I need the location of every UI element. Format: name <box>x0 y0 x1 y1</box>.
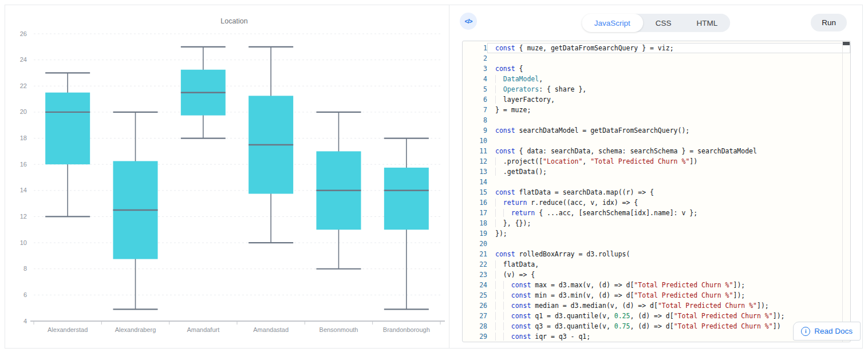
code-line-text: .project(["Location", "Total Predicted C… <box>487 156 850 167</box>
line-number: 16 <box>463 197 487 208</box>
line-number: 27 <box>463 311 487 321</box>
y-tick-label: 4 <box>23 318 27 325</box>
code-line[interactable]: 1const { muze, getDataFromSearchQuery } … <box>463 43 850 53</box>
line-number: 15 <box>463 187 487 197</box>
box-plot-item[interactable] <box>181 47 226 139</box>
code-line[interactable]: 4 DataModel, <box>463 74 850 84</box>
code-line[interactable]: 19}); <box>463 228 850 239</box>
code-line[interactable]: 15const flatData = searchData.map((r) =>… <box>463 187 850 197</box>
code-line[interactable]: 2 <box>463 53 850 64</box>
y-tick-label: 6 <box>23 291 27 298</box>
box-plot-item[interactable] <box>248 47 293 243</box>
app-frame: Location468101214161820222426Alexanderst… <box>5 5 863 349</box>
code-line[interactable]: 16 return r.reduce((acc, v, idx) => { <box>463 197 850 208</box>
code-line[interactable]: 7} = muze; <box>463 105 850 115</box>
y-tick-label: 24 <box>20 56 27 63</box>
y-tick-label: 16 <box>20 161 27 168</box>
y-tick-label: 14 <box>20 187 27 193</box>
code-line-text: const max = d3.max(v, (d) => d["Total Pr… <box>487 280 850 290</box>
line-number: 12 <box>463 156 487 167</box>
code-line[interactable]: 6 layerFactory, <box>463 94 850 105</box>
line-number: 18 <box>463 218 487 228</box>
editor-panel: </> JavaScriptCSSHTML Run 1const { muze,… <box>449 5 862 348</box>
run-button[interactable]: Run <box>811 14 847 31</box>
read-docs-button[interactable]: i Read Docs <box>793 322 861 341</box>
code-line[interactable]: 17 return { ...acc, [searchSchema[idx].n… <box>463 208 850 218</box>
code-line[interactable]: 26 const median = d3.median(v, (d) => d[… <box>463 300 850 311</box>
line-number: 3 <box>463 64 487 74</box>
box-plot-item[interactable] <box>317 112 361 269</box>
x-tick-label: Alexandraberg <box>115 326 156 333</box>
line-number: 21 <box>463 249 487 259</box>
y-tick-label: 20 <box>20 108 27 115</box>
x-tick-label: Amandafurt <box>187 326 219 333</box>
code-line-text: return { ...acc, [searchSchema[idx].name… <box>487 208 850 218</box>
line-number: 6 <box>463 94 487 105</box>
code-icon-glyph: </> <box>465 18 472 25</box>
code-line[interactable]: 29 const iqr = q3 - q1; <box>463 331 850 342</box>
line-number: 10 <box>463 136 487 146</box>
code-line-text: const { <box>487 64 850 74</box>
line-number: 4 <box>463 74 487 84</box>
box-plot-item[interactable] <box>113 112 158 310</box>
boxplot-chart: Location468101214161820222426Alexanderst… <box>5 5 449 348</box>
y-tick-label: 8 <box>23 265 27 272</box>
code-line-text: }, {}); <box>487 218 850 228</box>
code-line-text: .getData(); <box>487 167 850 177</box>
tab-javascript[interactable]: JavaScript <box>582 14 643 32</box>
code-line[interactable]: 25 const min = d3.min(v, (d) => d["Total… <box>463 290 850 300</box>
code-line-text: layerFactory, <box>487 94 850 105</box>
code-line-text: const { muze, getDataFromSearchQuery } =… <box>487 43 850 53</box>
code-line-text: flatData, <box>487 259 850 270</box>
code-line-text <box>487 177 850 187</box>
x-tick-label: Alexanderstad <box>48 326 88 333</box>
code-line[interactable]: 18 }, {}); <box>463 218 850 228</box>
code-line[interactable]: 8 <box>463 115 850 125</box>
line-number: 19 <box>463 228 487 239</box>
code-line[interactable]: 14 <box>463 177 850 187</box>
line-number: 1 <box>463 43 487 53</box>
code-line-text <box>487 115 850 125</box>
box-plot-item[interactable] <box>384 139 429 310</box>
code-line[interactable]: 22 flatData, <box>463 259 850 270</box>
code-line[interactable]: 24 const max = d3.max(v, (d) => d["Total… <box>463 280 850 290</box>
editor-scrollbar-thumb[interactable] <box>843 42 850 45</box>
tab-css[interactable]: CSS <box>643 14 684 32</box>
x-tick-label: Bensonmouth <box>319 326 358 333</box>
tab-html[interactable]: HTML <box>684 14 731 32</box>
code-line[interactable]: 21const rolledBoxArray = d3.rollups( <box>463 249 850 259</box>
code-line[interactable]: 5 Operators: { share }, <box>463 84 850 94</box>
line-number: 9 <box>463 125 487 136</box>
code-line-text: } = muze; <box>487 105 850 115</box>
code-lines: 1const { muze, getDataFromSearchQuery } … <box>463 43 850 342</box>
code-line-text: DataModel, <box>487 74 850 84</box>
code-line[interactable]: 20 <box>463 239 850 249</box>
info-icon: i <box>801 327 810 336</box>
code-line-text <box>487 136 850 146</box>
code-line[interactable]: 10 <box>463 136 850 146</box>
editor-scrollbar-track[interactable] <box>842 41 843 342</box>
line-number: 25 <box>463 290 487 300</box>
line-number: 2 <box>463 53 487 64</box>
box-plot-item[interactable] <box>45 73 90 216</box>
line-number: 13 <box>463 167 487 177</box>
x-tick-label: Brandonborough <box>383 326 430 333</box>
line-number: 22 <box>463 259 487 270</box>
line-number: 28 <box>463 321 487 331</box>
line-number: 26 <box>463 300 487 311</box>
code-editor-icon: </> <box>460 13 477 30</box>
code-line[interactable]: 11const { data: searchData, schema: sear… <box>463 146 850 156</box>
code-line[interactable]: 28 const q3 = d3.quantile(v, 0.75, (d) =… <box>463 321 850 331</box>
code-line-text: Operators: { share }, <box>487 84 850 94</box>
code-line[interactable]: 27 const q1 = d3.quantile(v, 0.25, (d) =… <box>463 311 850 321</box>
code-line[interactable]: 9const searchDataModel = getDataFromSear… <box>463 125 850 136</box>
code-line-text: const flatData = searchData.map((r) => { <box>487 187 850 197</box>
code-line-text <box>487 53 850 64</box>
chart-panel: Location468101214161820222426Alexanderst… <box>5 5 449 348</box>
code-line[interactable]: 13 .getData(); <box>463 167 850 177</box>
code-line[interactable]: 23 (v) => { <box>463 270 850 280</box>
code-line[interactable]: 12 .project(["Location", "Total Predicte… <box>463 156 850 167</box>
code-line[interactable]: 3const { <box>463 64 850 74</box>
code-editor[interactable]: 1const { muze, getDataFromSearchQuery } … <box>462 41 851 342</box>
code-line-text: const q1 = d3.quantile(v, 0.25, (d) => d… <box>487 311 850 321</box>
